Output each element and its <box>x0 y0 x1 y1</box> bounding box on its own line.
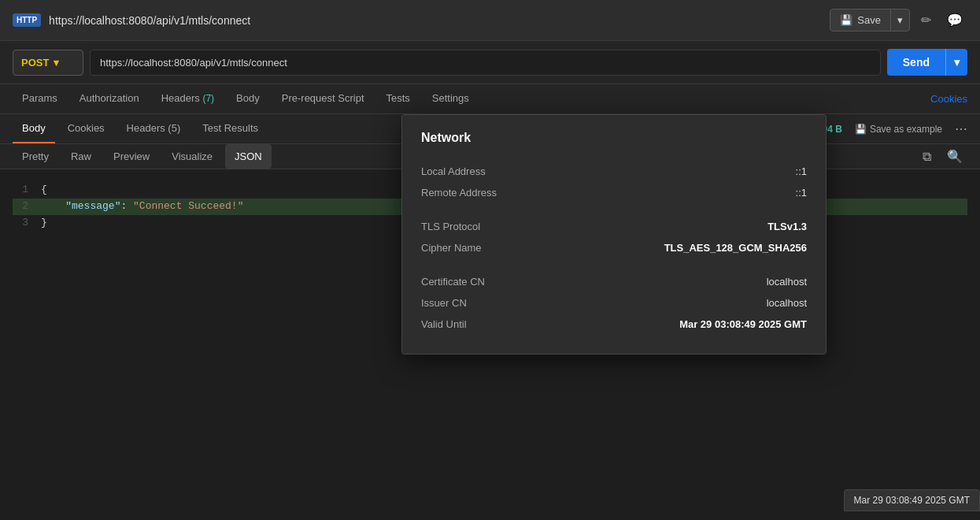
edit-icon: ✏ <box>921 13 931 27</box>
method-select[interactable]: POST ▾ <box>13 50 83 76</box>
response-area: Body Cookies Headers (5) Test Results 🌐 … <box>0 114 980 511</box>
viewer-tab-preview[interactable]: Preview <box>104 144 159 169</box>
viewer-tabs-left: Pretty Raw Preview Visualize JSON <box>13 144 272 169</box>
request-tabs-left: Params Authorization Headers (7) Body Pr… <box>13 84 479 113</box>
cipher-name-label: Cipher Name <box>421 242 482 254</box>
remote-address-label: Remote Address <box>421 187 497 199</box>
cipher-name-value: TLS_AES_128_GCM_SHA256 <box>664 242 807 254</box>
network-row-tls-protocol: TLS Protocol TLSv1.3 <box>421 216 807 237</box>
network-row-cert-cn: Certificate CN localhost <box>421 271 807 292</box>
remote-address-value: ::1 <box>796 187 807 199</box>
line-number-1: 1 <box>13 182 28 199</box>
send-dropdown-arrow[interactable]: ▾ <box>946 49 967 76</box>
tab-body[interactable]: Body <box>227 84 269 113</box>
chat-icon: 💬 <box>947 13 963 27</box>
method-chevron: ▾ <box>54 57 59 69</box>
save-icon: 💾 <box>855 124 867 135</box>
copy-button[interactable]: ⧉ <box>918 144 936 169</box>
http-badge: HTTP <box>13 13 41 27</box>
network-popup: Network Local Address ::1 Remote Address… <box>401 114 827 355</box>
title-actions: 💾 Save ▾ ✏ 💬 <box>830 8 967 32</box>
tab-tests[interactable]: Tests <box>377 84 420 113</box>
line-content-3: } <box>41 215 47 232</box>
send-label: Send <box>903 56 930 69</box>
tab-headers[interactable]: Headers (7) <box>152 84 224 113</box>
viewer-tab-raw[interactable]: Raw <box>61 144 101 169</box>
response-tabs-left: Body Cookies Headers (5) Test Results <box>13 114 268 143</box>
save-disk-icon: 💾 <box>840 14 852 26</box>
resp-tab-headers[interactable]: Headers (5) <box>117 114 190 143</box>
save-example-button[interactable]: 💾 Save as example <box>855 124 942 135</box>
tab-authorization[interactable]: Authorization <box>70 84 149 113</box>
title-left: HTTP https://localhost:8080/api/v1/mtls/… <box>13 13 250 27</box>
cert-cn-value: localhost <box>767 276 807 288</box>
tls-protocol-label: TLS Protocol <box>421 221 480 232</box>
save-button-main[interactable]: 💾 Save <box>830 9 891 31</box>
save-dropdown-arrow[interactable]: ▾ <box>891 9 909 31</box>
resp-tab-cookies[interactable]: Cookies <box>58 114 114 143</box>
request-tabs: Params Authorization Headers (7) Body Pr… <box>0 84 980 114</box>
title-url: https://localhost:8080/api/v1/mtls/conne… <box>49 14 250 27</box>
send-button[interactable]: Send ▾ <box>887 49 967 76</box>
local-address-label: Local Address <box>421 165 486 177</box>
bottom-tooltip: Mar 29 03:08:49 2025 GMT <box>844 489 980 511</box>
line-number-2: 2 <box>13 199 28 215</box>
save-example-label: Save as example <box>870 124 942 135</box>
headers-badge: (7) <box>202 93 214 104</box>
cookies-link[interactable]: Cookies <box>930 93 967 105</box>
json-value-message: "Connect Succeed!" <box>133 200 243 212</box>
save-button[interactable]: 💾 Save ▾ <box>830 9 910 32</box>
viewer-tab-visualize[interactable]: Visualize <box>162 144 222 169</box>
tab-params[interactable]: Params <box>13 84 67 113</box>
network-row-valid-until: Valid Until Mar 29 03:08:49 2025 GMT <box>421 314 807 335</box>
issuer-cn-label: Issuer CN <box>421 297 467 309</box>
local-address-value: ::1 <box>796 165 807 177</box>
valid-until-label: Valid Until <box>421 318 467 330</box>
dot-menu-button[interactable]: ⋯ <box>955 121 967 136</box>
line-content-2: "message": "Connect Succeed!" <box>41 199 243 215</box>
url-bar: POST ▾ Send ▾ <box>0 41 980 84</box>
url-input[interactable] <box>90 50 881 76</box>
viewer-actions: ⧉ 🔍 <box>918 144 967 169</box>
json-key-message: "message" <box>65 200 120 212</box>
tab-pre-request-script[interactable]: Pre-request Script <box>272 84 374 113</box>
resp-tab-body[interactable]: Body <box>13 114 55 143</box>
viewer-tab-json[interactable]: JSON <box>225 144 272 169</box>
search-button[interactable]: 🔍 <box>942 144 967 169</box>
resp-tab-test-results[interactable]: Test Results <box>193 114 268 143</box>
network-row-local-address: Local Address ::1 <box>421 161 807 182</box>
line-content-1: { <box>41 182 47 199</box>
network-row-issuer-cn: Issuer CN localhost <box>421 292 807 314</box>
valid-until-value: Mar 29 03:08:49 2025 GMT <box>679 318 807 330</box>
save-label: Save <box>857 14 881 26</box>
method-label: POST <box>21 57 49 69</box>
tab-settings[interactable]: Settings <box>423 84 479 113</box>
issuer-cn-value: localhost <box>767 297 807 309</box>
network-popup-title: Network <box>421 131 807 145</box>
network-row-remote-address: Remote Address ::1 <box>421 182 807 203</box>
cert-cn-label: Certificate CN <box>421 276 485 288</box>
json-colon: : <box>120 200 133 212</box>
viewer-tab-pretty[interactable]: Pretty <box>13 144 58 169</box>
send-button-main[interactable]: Send <box>887 49 946 76</box>
title-bar: HTTP https://localhost:8080/api/v1/mtls/… <box>0 0 980 41</box>
tls-protocol-value: TLSv1.3 <box>767 221 807 232</box>
network-row-cipher-name: Cipher Name TLS_AES_128_GCM_SHA256 <box>421 237 807 258</box>
line-number-3: 3 <box>13 215 28 232</box>
edit-button[interactable]: ✏ <box>916 8 936 32</box>
chat-button[interactable]: 💬 <box>942 8 967 32</box>
